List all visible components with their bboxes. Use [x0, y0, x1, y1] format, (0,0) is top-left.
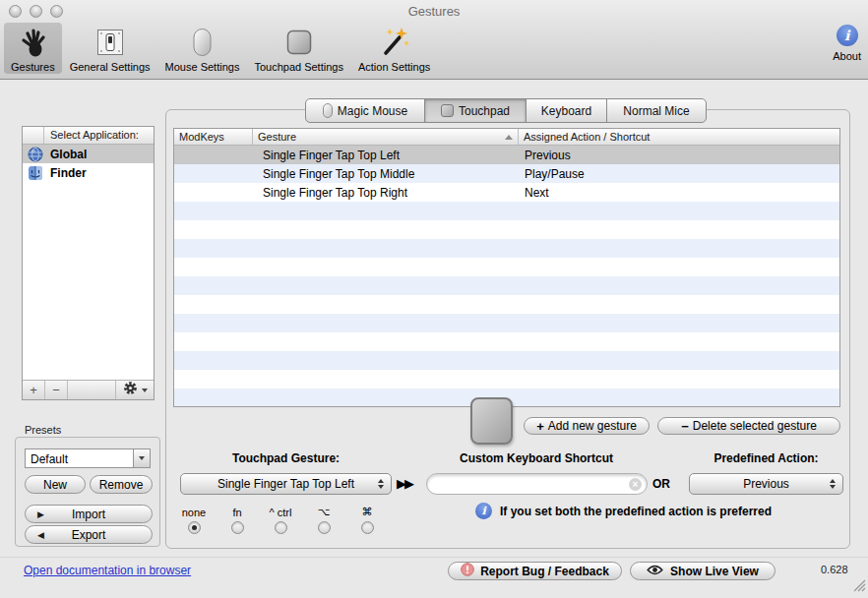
- table-row[interactable]: Single Finger Tap Top Right Next: [174, 183, 839, 202]
- touchpad-gesture-label: Touchpad Gesture:: [180, 451, 392, 465]
- clear-field-icon[interactable]: ×: [629, 478, 642, 491]
- toolbar-item-about[interactable]: i About: [833, 25, 861, 62]
- radio-label: fn: [232, 504, 241, 518]
- plus-icon: +: [536, 419, 544, 434]
- add-application-button[interactable]: +: [23, 381, 45, 399]
- footer-spacer: [68, 381, 116, 399]
- shortcut-input[interactable]: ×: [426, 473, 648, 495]
- radio-fn[interactable]: [231, 521, 244, 534]
- info-icon: i: [837, 25, 858, 46]
- table-row[interactable]: Single Finger Tap Top Left Previous: [174, 146, 839, 164]
- gear-icon: [123, 381, 138, 399]
- table-row-empty: [174, 332, 839, 351]
- info-text: If you set both the predefined action is…: [500, 505, 772, 518]
- popup-value: Single Finger Tap Top Left: [217, 477, 354, 491]
- table-row-empty: [174, 239, 839, 258]
- toolbar-item-general-settings[interactable]: General Settings: [63, 23, 157, 74]
- modifier-command[interactable]: ⌘: [345, 504, 389, 534]
- touchpad-icon: [283, 25, 315, 60]
- resize-grip[interactable]: [852, 578, 866, 596]
- toolbar-item-gestures[interactable]: Gestures: [4, 23, 62, 74]
- toolbar-item-mouse-settings[interactable]: Mouse Settings: [158, 23, 247, 74]
- application-list: Select Application: Global: [22, 126, 155, 400]
- app-row-global[interactable]: Global: [23, 145, 154, 163]
- report-bug-button[interactable]: Report Bug / Feedback: [448, 562, 622, 580]
- button-label: Export: [72, 528, 106, 542]
- combo-arrow-button[interactable]: [133, 449, 150, 467]
- action-menu-button[interactable]: [116, 381, 154, 399]
- footer-divider: [0, 557, 868, 558]
- tab-normal-mice[interactable]: Normal Mice: [606, 99, 706, 122]
- column-header-modkeys[interactable]: ModKeys: [174, 129, 253, 145]
- column-header-gesture[interactable]: Gesture: [253, 129, 519, 145]
- button-label: New: [43, 478, 67, 492]
- preset-import-button[interactable]: ▶ Import: [25, 505, 153, 523]
- select-application-header[interactable]: Select Application:: [44, 127, 154, 144]
- cell-gesture: Single Finger Tap Top Right: [253, 186, 519, 200]
- custom-shortcut-label: Custom Keyboard Shortcut: [425, 451, 648, 465]
- toolbar-item-label: Action Settings: [358, 61, 430, 73]
- chevron-down-icon: [139, 456, 145, 460]
- documentation-link[interactable]: Open documentation in browser: [24, 564, 191, 577]
- toolbar-item-touchpad-settings[interactable]: Touchpad Settings: [247, 23, 350, 74]
- app-label: Global: [50, 148, 87, 161]
- cell-action: Previous: [519, 149, 839, 162]
- preset-select[interactable]: Default: [25, 448, 151, 468]
- tab-magic-mouse[interactable]: Magic Mouse: [306, 99, 424, 122]
- device-tab-bar: Magic Mouse Touchpad Keyboard Normal Mic…: [305, 98, 707, 123]
- toolbar-item-label: About: [833, 50, 861, 62]
- table-row-empty: [174, 351, 839, 370]
- tab-label: Touchpad: [459, 104, 510, 118]
- preset-export-button[interactable]: ◀ Export: [25, 525, 153, 544]
- cell-gesture: Single Finger Tap Top Middle: [253, 167, 519, 181]
- app-row-finder[interactable]: Finder: [23, 163, 154, 182]
- modifier-ctrl[interactable]: ^ ctrl: [259, 504, 302, 534]
- double-arrow-icon: ▶▶: [397, 476, 412, 491]
- gesture-popup[interactable]: Single Finger Tap Top Left: [180, 473, 392, 495]
- radio-ctrl[interactable]: [275, 521, 287, 534]
- radio-none[interactable]: [188, 521, 201, 534]
- hand-icon: [16, 25, 49, 60]
- table-row[interactable]: Single Finger Tap Top Middle Play/Pause: [174, 164, 839, 183]
- touchpad-preview: [470, 397, 513, 445]
- tab-label: Keyboard: [541, 104, 591, 118]
- toolbar: Gestures General Settings: [4, 23, 438, 74]
- modifier-fn[interactable]: fn: [216, 504, 259, 534]
- show-live-view-button[interactable]: Show Live View: [630, 562, 775, 580]
- application-list-footer: + −: [23, 380, 154, 399]
- predefined-action-label: Predefined Action:: [689, 451, 843, 465]
- predefined-action-popup[interactable]: Previous: [689, 473, 843, 495]
- popup-value: Previous: [743, 477, 789, 491]
- app-label: Finder: [50, 166, 87, 180]
- radio-option[interactable]: [318, 521, 331, 534]
- sort-ascending-icon: [505, 135, 513, 140]
- modifier-radio-group: none fn ^ ctrl ⌥ ⌘: [172, 504, 389, 534]
- switch-icon: [94, 25, 126, 60]
- window-title: Gestures: [0, 4, 868, 19]
- or-label: OR: [652, 477, 670, 491]
- remove-application-button[interactable]: −: [45, 381, 68, 399]
- app-icon-column-header[interactable]: [23, 127, 44, 144]
- eye-icon: [647, 565, 663, 578]
- toolbar-item-label: Touchpad Settings: [254, 61, 343, 73]
- button-label: Delete selected gesture: [693, 419, 817, 433]
- presets-title: Presets: [25, 424, 61, 436]
- preset-new-button[interactable]: New: [25, 475, 86, 494]
- toolbar-item-action-settings[interactable]: Action Settings: [351, 23, 437, 74]
- info-icon: i: [475, 503, 492, 519]
- button-label: Report Bug / Feedback: [480, 565, 609, 578]
- add-gesture-button[interactable]: + Add new gesture: [524, 417, 650, 435]
- table-row-empty: [174, 202, 839, 220]
- modifier-none[interactable]: none: [172, 504, 216, 534]
- modifier-option[interactable]: ⌥: [302, 504, 345, 534]
- preset-remove-button[interactable]: Remove: [90, 475, 153, 494]
- radio-label: ⌘: [362, 504, 373, 518]
- cell-action: Next: [519, 186, 839, 200]
- delete-gesture-button[interactable]: − Delete selected gesture: [657, 417, 840, 435]
- touchpad-mini-icon: [441, 104, 454, 117]
- table-header: ModKeys Gesture Assigned Action / Shortc…: [174, 129, 839, 146]
- radio-command[interactable]: [361, 521, 374, 534]
- tab-keyboard[interactable]: Keyboard: [526, 99, 606, 122]
- tab-touchpad[interactable]: Touchpad: [424, 99, 526, 122]
- column-header-action[interactable]: Assigned Action / Shortcut: [519, 129, 839, 145]
